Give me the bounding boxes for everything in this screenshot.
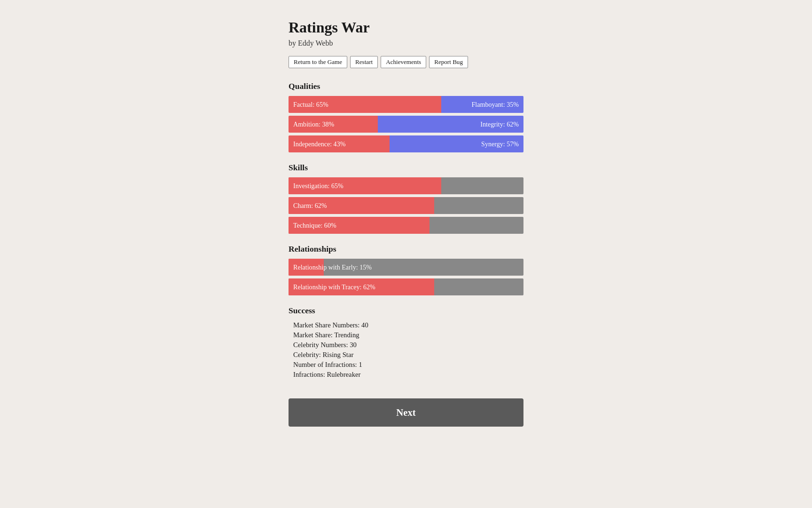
return-to-game-button[interactable]: Return to the Game	[289, 56, 347, 68]
restart-button[interactable]: Restart	[350, 56, 378, 68]
quality-flamboyant-label: Flamboyant: 35%	[441, 96, 523, 113]
skill-bar-charm: Charm: 62%	[289, 197, 523, 214]
list-item: Celebrity: Rising Star	[289, 350, 523, 360]
quality-ambition-label: Ambition: 38%	[289, 116, 378, 133]
next-button[interactable]: Next	[289, 398, 523, 427]
skill-investigation-label: Investigation: 65%	[289, 177, 441, 194]
qualities-heading: Qualities	[289, 81, 523, 91]
success-heading: Success	[289, 306, 523, 316]
rel-bar-early: Relationship with Early: 15%	[289, 259, 523, 276]
success-section: Success Market Share Numbers: 40 Market …	[289, 306, 523, 380]
skills-section: Skills Investigation: 65% Charm: 62% Tec…	[289, 163, 523, 234]
toolbar: Return to the Game Restart Achievements …	[289, 56, 523, 68]
list-item: Number of Infractions: 1	[289, 360, 523, 370]
quality-bar-ambition-integrity: Ambition: 38% Integrity: 62%	[289, 116, 523, 133]
quality-independence-label: Independence: 43%	[289, 135, 390, 152]
quality-bar-independence-synergy: Independence: 43% Synergy: 57%	[289, 135, 523, 152]
skill-charm-label: Charm: 62%	[289, 197, 434, 214]
list-item: Infractions: Rulebreaker	[289, 370, 523, 380]
rel-early-label: Relationship with Early: 15%	[289, 259, 324, 276]
page-container: Ratings War by Eddy Webb Return to the G…	[289, 19, 523, 480]
achievements-button[interactable]: Achievements	[381, 56, 426, 68]
page-subtitle: by Eddy Webb	[289, 39, 523, 48]
relationships-section: Relationships Relationship with Early: 1…	[289, 244, 523, 295]
next-button-wrap: Next	[289, 398, 523, 427]
quality-synergy-label: Synergy: 57%	[390, 135, 523, 152]
list-item: Celebrity Numbers: 30	[289, 340, 523, 350]
skill-technique-label: Technique: 60%	[289, 217, 429, 234]
skills-heading: Skills	[289, 163, 523, 173]
rel-tracey-label: Relationship with Tracey: 62%	[289, 278, 434, 295]
success-list: Market Share Numbers: 40 Market Share: T…	[289, 320, 523, 380]
quality-bar-factual-flamboyant: Factual: 65% Flamboyant: 35%	[289, 96, 523, 113]
relationships-heading: Relationships	[289, 244, 523, 254]
page-title: Ratings War	[289, 19, 523, 36]
quality-factual-label: Factual: 65%	[289, 96, 441, 113]
skill-bar-technique: Technique: 60%	[289, 217, 523, 234]
rel-bar-tracey: Relationship with Tracey: 62%	[289, 278, 523, 295]
list-item: Market Share: Trending	[289, 330, 523, 340]
skill-bar-investigation: Investigation: 65%	[289, 177, 523, 194]
qualities-section: Qualities Factual: 65% Flamboyant: 35% A…	[289, 81, 523, 152]
list-item: Market Share Numbers: 40	[289, 320, 523, 330]
quality-integrity-label: Integrity: 62%	[378, 116, 523, 133]
report-bug-button[interactable]: Report Bug	[429, 56, 468, 68]
